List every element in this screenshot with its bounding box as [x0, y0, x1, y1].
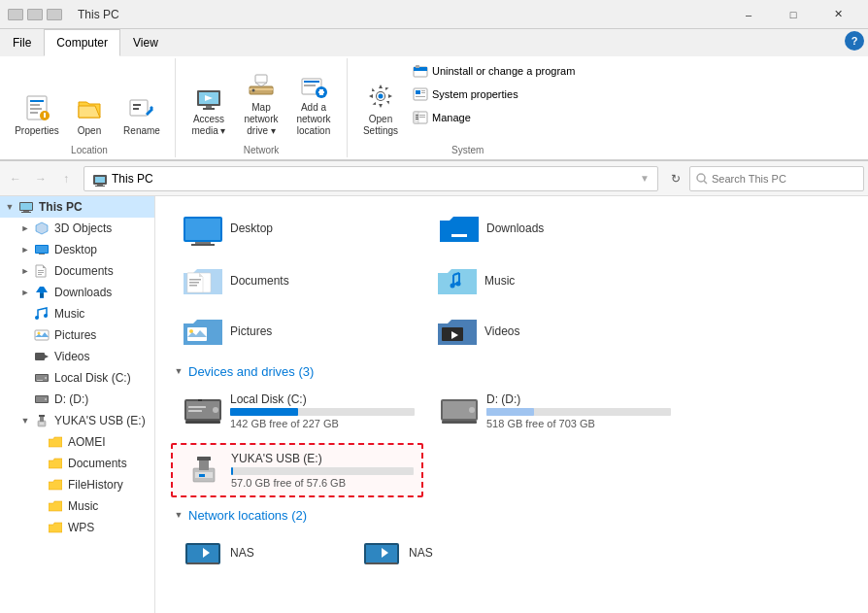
properties-icon: [21, 92, 52, 123]
sidebar: ▼ This PC ► 3D O: [0, 196, 155, 613]
network-section-title: Network locations (2): [188, 508, 307, 523]
folder-item-downloads[interactable]: Downloads: [427, 204, 680, 253]
quick-access-icon3[interactable]: [47, 9, 62, 20]
close-button[interactable]: ✕: [816, 0, 860, 29]
map-network-drive-icon: [246, 69, 277, 100]
this-pc-label: This PC: [39, 200, 83, 214]
svg-rect-21: [304, 81, 319, 83]
ribbon-group-location: Properties Open: [4, 58, 176, 157]
maximize-button[interactable]: □: [771, 0, 816, 29]
drive-item-d[interactable]: D: (D:) 518 GB free of 703 GB: [427, 385, 680, 437]
properties-button[interactable]: Properties: [12, 87, 62, 142]
sidebar-item-wps[interactable]: ► WPS: [0, 517, 154, 538]
system-properties-button[interactable]: System properties: [408, 84, 580, 105]
minimize-button[interactable]: –: [726, 0, 771, 29]
network-grid: NAS NAS: [171, 528, 852, 577]
d-drive-bar-bg: [486, 408, 671, 416]
downloads-label: Downloads: [54, 286, 112, 299]
refresh-button[interactable]: ↻: [664, 167, 687, 190]
svg-rect-65: [35, 353, 45, 360]
quick-access-icon2[interactable]: [27, 9, 43, 20]
nas2-icon: [358, 533, 405, 572]
d-drive-icon-content: [436, 392, 483, 430]
content-area: Desktop Downloads: [155, 196, 868, 613]
open-button[interactable]: Open: [64, 87, 115, 142]
tab-computer[interactable]: Computer: [44, 29, 120, 56]
sidebar-item-filehistory[interactable]: ► FileHistory: [0, 474, 154, 495]
network-section-header[interactable]: ▼ Network locations (2): [171, 507, 852, 523]
downloads-folder-icon: [436, 209, 483, 248]
svg-rect-31: [416, 65, 419, 68]
svg-point-28: [379, 94, 384, 99]
uninstall-label: Uninstall or change a program: [432, 65, 575, 77]
pc-breadcrumb-icon: [92, 171, 108, 187]
devices-section-title: Devices and drives (3): [188, 364, 314, 379]
sidebar-item-downloads[interactable]: ► Downloads: [0, 282, 154, 303]
svg-rect-103: [442, 421, 477, 424]
sidebar-item-3d-objects[interactable]: ► 3D Objects: [0, 218, 154, 239]
svg-rect-1: [30, 100, 44, 102]
search-box[interactable]: [689, 166, 864, 191]
network-item-nas1[interactable]: NAS: [171, 528, 346, 577]
devices-section-header[interactable]: ▼ Devices and drives (3): [171, 363, 852, 379]
search-icon: [696, 173, 708, 185]
add-network-location-icon: [298, 69, 329, 100]
sidebar-item-documents[interactable]: ► Documents: [0, 260, 154, 282]
quick-access-icon[interactable]: [8, 9, 23, 20]
ribbon: File Computer View ?: [0, 29, 868, 161]
svg-rect-76: [39, 415, 45, 417]
sidebar-item-music[interactable]: ► Music: [0, 303, 154, 324]
search-input[interactable]: [712, 173, 857, 185]
svg-rect-85: [189, 279, 201, 281]
d-drive-bar-fill: [486, 408, 534, 416]
rename-button[interactable]: Rename: [117, 87, 167, 142]
documents-folder-label: Documents: [230, 274, 289, 288]
map-network-drive-button[interactable]: Map networkdrive ▾: [236, 64, 286, 142]
svg-rect-98: [188, 406, 206, 408]
folder-item-videos[interactable]: Videos: [425, 307, 678, 356]
network-item-nas2[interactable]: NAS: [350, 528, 524, 577]
desktop-folder-label: Desktop: [230, 221, 273, 235]
d-drive-info: D: (D:) 518 GB free of 703 GB: [486, 392, 671, 429]
tab-view[interactable]: View: [120, 29, 171, 56]
up-button[interactable]: ↑: [54, 167, 78, 190]
access-media-button[interactable]: Accessmedia ▾: [184, 76, 234, 142]
help-button[interactable]: ?: [845, 31, 864, 51]
svg-point-88: [451, 284, 455, 289]
sidebar-item-documents2[interactable]: ► Documents: [0, 453, 154, 474]
svg-rect-7: [44, 113, 46, 114]
folder-item-music[interactable]: Music: [425, 256, 678, 305]
sidebar-item-pictures[interactable]: ► Pictures: [0, 324, 154, 346]
forward-button[interactable]: →: [29, 167, 52, 190]
music-label: Music: [54, 307, 84, 321]
sidebar-item-d-drive[interactable]: ► D: (D:): [0, 389, 154, 410]
add-network-location-button[interactable]: Add a networklocation: [288, 64, 339, 142]
sidebar-item-yuka-usb[interactable]: ▼ YUKA'S USB (E:): [0, 410, 154, 431]
uninstall-button[interactable]: Uninstall or change a program: [408, 60, 580, 82]
drive-item-yuka-usb[interactable]: YUKA'S USB (E:) 57.0 GB free of 57.6 GB: [171, 443, 423, 497]
this-pc-icon: [17, 198, 35, 216]
nas1-icon: [180, 533, 226, 572]
downloads-folder-label: Downloads: [486, 221, 544, 235]
music-folder-label: Music: [484, 274, 515, 288]
breadcrumb[interactable]: This PC ▼: [83, 166, 658, 191]
sidebar-item-videos[interactable]: ► Videos: [0, 346, 154, 367]
folder-item-desktop[interactable]: Desktop: [171, 204, 423, 253]
svg-rect-55: [36, 246, 48, 253]
drive-item-local-disk-c[interactable]: Local Disk (C:) 142 GB free of 227 GB: [171, 385, 423, 437]
tab-file[interactable]: File: [0, 29, 44, 56]
manage-button[interactable]: Manage: [408, 107, 580, 128]
sidebar-item-local-disk[interactable]: ► Local Disk (C:): [0, 367, 154, 389]
sidebar-item-desktop[interactable]: ► Desktop: [0, 239, 154, 260]
back-button[interactable]: ←: [4, 167, 27, 190]
folder-item-pictures[interactable]: Pictures: [171, 307, 423, 356]
sidebar-item-music2[interactable]: ► Music: [0, 495, 154, 517]
svg-rect-41: [416, 119, 418, 119]
pictures-folder-label: Pictures: [230, 324, 272, 338]
yuka-usb-label: YUKA'S USB (E:): [54, 414, 146, 427]
sidebar-item-aomei[interactable]: ► AOMEI: [0, 431, 154, 453]
3d-icon: [33, 220, 50, 237]
open-settings-button[interactable]: OpenSettings: [355, 76, 406, 142]
sidebar-item-this-pc[interactable]: ▼ This PC: [0, 196, 154, 218]
folder-item-documents[interactable]: Documents: [171, 256, 423, 305]
